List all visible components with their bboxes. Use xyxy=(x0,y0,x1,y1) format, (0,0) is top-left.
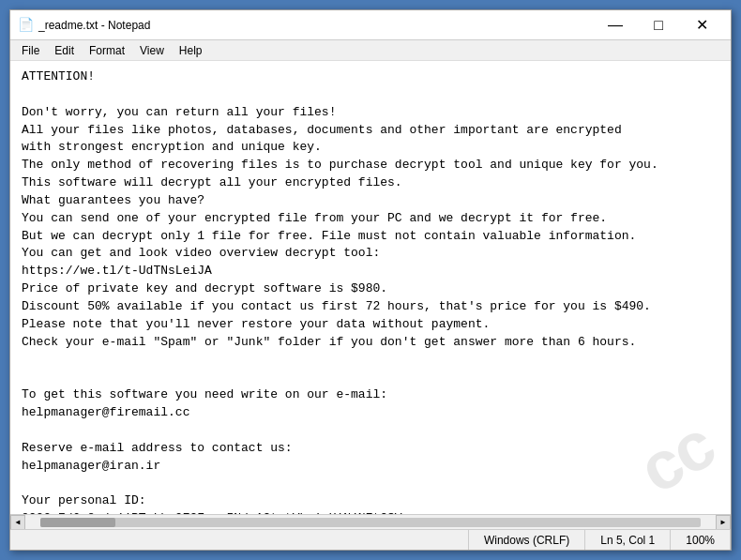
scrollbar-track[interactable] xyxy=(40,518,701,527)
status-position: Ln 5, Col 1 xyxy=(585,530,671,550)
menu-format[interactable]: Format xyxy=(82,42,132,59)
file-content: ATTENTION! Don't worry, you can return a… xyxy=(22,68,719,514)
scrollbar-thumb[interactable] xyxy=(40,518,115,527)
status-empty xyxy=(10,530,469,550)
window-controls: — □ ✕ xyxy=(594,10,723,40)
minimize-button[interactable]: — xyxy=(594,10,637,40)
menu-help[interactable]: Help xyxy=(172,42,210,59)
text-area[interactable]: ATTENTION! Don't worry, you can return a… xyxy=(10,61,731,514)
scroll-right-arrow[interactable]: ▶ xyxy=(716,515,731,530)
scroll-left-arrow[interactable]: ◀ xyxy=(10,515,25,530)
menu-edit[interactable]: Edit xyxy=(47,42,82,59)
menu-bar: File Edit Format View Help xyxy=(10,40,731,61)
notepad-window: 📄 _readme.txt - Notepad — □ ✕ File Edit … xyxy=(9,9,732,551)
status-bar: Windows (CRLF) Ln 5, Col 1 100% xyxy=(10,529,731,550)
title-bar: 📄 _readme.txt - Notepad — □ ✕ xyxy=(10,10,731,40)
app-icon: 📄 xyxy=(18,18,33,33)
status-zoom: 100% xyxy=(671,530,731,550)
close-button[interactable]: ✕ xyxy=(680,10,723,40)
menu-file[interactable]: File xyxy=(14,42,47,59)
horizontal-scrollbar[interactable]: ◀ ▶ xyxy=(10,514,731,529)
window-title: _readme.txt - Notepad xyxy=(38,19,594,32)
menu-view[interactable]: View xyxy=(132,42,172,59)
status-encoding: Windows (CRLF) xyxy=(469,530,585,550)
maximize-button[interactable]: □ xyxy=(637,10,680,40)
